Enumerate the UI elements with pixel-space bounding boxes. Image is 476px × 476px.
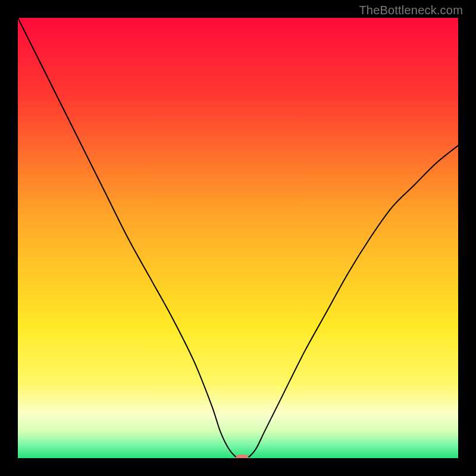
curve-svg <box>18 18 458 458</box>
chart-frame: TheBottleneck.com <box>0 0 476 476</box>
plot-area <box>18 18 458 458</box>
watermark-text: TheBottleneck.com <box>359 4 463 17</box>
bottleneck-curve <box>18 18 458 458</box>
optimal-marker <box>236 455 249 458</box>
